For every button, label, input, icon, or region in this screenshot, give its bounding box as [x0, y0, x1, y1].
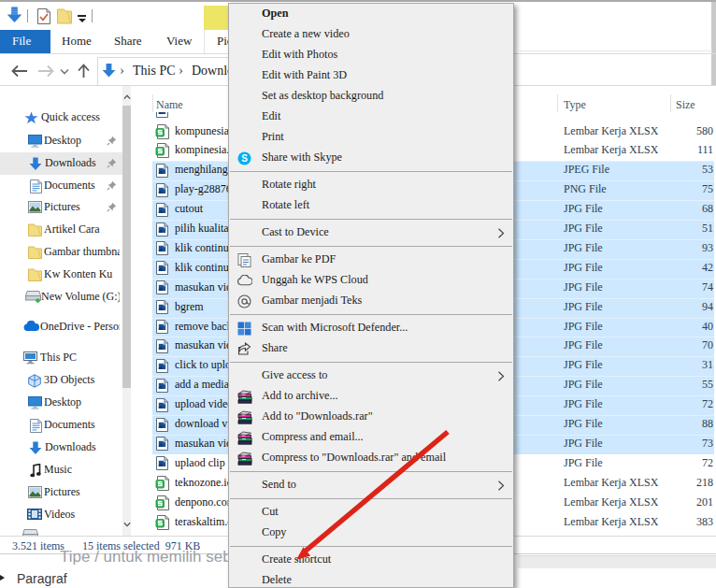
svg-text:S: S [241, 153, 248, 164]
